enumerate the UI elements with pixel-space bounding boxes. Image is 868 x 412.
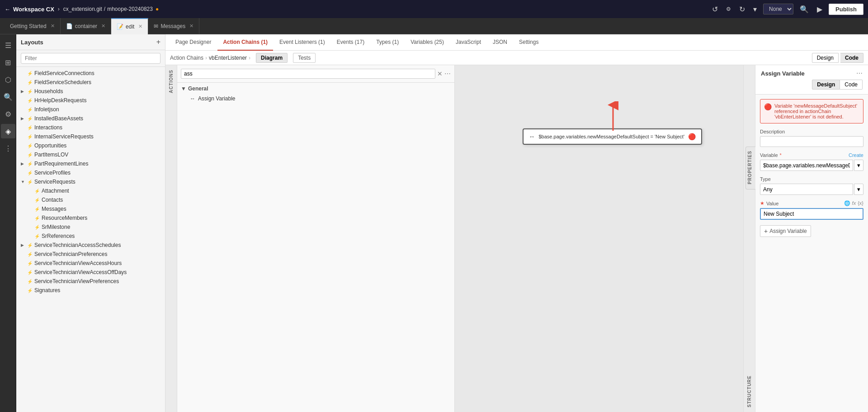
nav-components-icon[interactable]: ⊞ xyxy=(1,55,15,70)
list-item[interactable]: ⚡ ServiceTechnicianViewAccessHours xyxy=(16,259,165,268)
list-item[interactable]: ⚡ ServiceProfiles xyxy=(16,168,165,177)
tab-event-listeners[interactable]: Event Listeners (1) xyxy=(274,34,330,51)
tab-messages[interactable]: ✉ Messages ✕ xyxy=(148,18,199,34)
undo-button[interactable]: ↺ xyxy=(710,4,720,14)
dropdown-arrow[interactable]: ▾ xyxy=(751,4,759,14)
assign-variable-action[interactable]: ↔ Assign Variable xyxy=(181,94,451,104)
nav-data-icon[interactable]: ⬡ xyxy=(1,72,15,87)
description-input[interactable] xyxy=(760,136,863,147)
group-header-general[interactable]: ▼ General xyxy=(181,85,451,92)
nav-active-icon[interactable]: ◈ xyxy=(1,124,15,138)
list-item[interactable]: ⚡ ServiceTechnicianViewPreferences xyxy=(16,277,165,286)
list-item[interactable]: ⚡ Messages xyxy=(16,204,165,213)
tab-variables[interactable]: Variables (25) xyxy=(405,34,449,51)
value-field-group: ★ Value 🌐 fx {x} xyxy=(760,200,863,220)
expand-icon[interactable]: ▶ xyxy=(21,161,25,166)
list-item-households[interactable]: ▶ ⚡ Households xyxy=(16,87,165,96)
nav-layouts-icon[interactable]: ☰ xyxy=(1,38,15,52)
repo-name[interactable]: cx_extension.git xyxy=(63,6,102,12)
list-item-interactions[interactable]: ⚡ Interactions xyxy=(16,123,165,132)
tab-settings[interactable]: Settings xyxy=(514,34,544,51)
list-item[interactable]: ⚡ HrHelpDeskRequests xyxy=(16,96,165,105)
settings-icon[interactable]: ⚙ xyxy=(724,5,733,13)
design-button[interactable]: Design xyxy=(812,53,839,63)
breadcrumb-vb-enter[interactable]: vbEnterListener xyxy=(209,55,247,61)
tab-json[interactable]: JSON xyxy=(487,34,513,51)
value-input[interactable] xyxy=(761,209,863,219)
diagram-node[interactable]: ↔ $base.page.variables.newMessageDefault… xyxy=(523,128,702,145)
code-switch-button[interactable]: Code xyxy=(840,80,863,90)
list-item[interactable]: ⚡ InternalServiceRequests xyxy=(16,132,165,141)
nav-settings-icon[interactable]: ⚙ xyxy=(1,107,15,121)
list-item[interactable]: ⚡ Infoletjson xyxy=(16,105,165,114)
list-item[interactable]: ⚡ SrMilestone xyxy=(16,223,165,232)
item-label: Households xyxy=(34,88,63,95)
expand-icon[interactable]: ▶ xyxy=(21,89,25,94)
list-item[interactable]: ⚡ PartItemsLOV xyxy=(16,150,165,159)
list-item[interactable]: ⚡ ResourceMembers xyxy=(16,213,165,223)
play-button[interactable]: ▶ xyxy=(815,4,824,14)
close-icon[interactable]: ✕ xyxy=(51,23,55,29)
variable-dropdown-button[interactable]: ▾ xyxy=(854,160,863,171)
close-icon[interactable]: ✕ xyxy=(138,24,142,29)
assign-variable-button[interactable]: + Assign Variable xyxy=(760,225,811,237)
redo-button[interactable]: ↻ xyxy=(737,4,747,14)
tab-edit[interactable]: 📝 edit ✕ xyxy=(111,18,148,34)
expand-icon[interactable]: ▶ xyxy=(21,116,25,121)
actions-search-input[interactable] xyxy=(181,69,435,79)
properties-tab[interactable]: Properties xyxy=(745,147,755,189)
variable-input[interactable] xyxy=(760,160,853,171)
more-actions-icon[interactable]: ⋯ xyxy=(444,70,451,77)
list-item[interactable]: ▶ ⚡ PartRequirementLines xyxy=(16,159,165,168)
tab-javascript[interactable]: JavaScript xyxy=(450,34,486,51)
type-dropdown-button[interactable]: ▾ xyxy=(854,184,863,195)
tab-getting-started[interactable]: Getting Started ✕ xyxy=(5,18,61,34)
tab-container[interactable]: 📄 container ✕ xyxy=(61,18,111,34)
back-arrow[interactable]: ← xyxy=(5,6,10,13)
list-item[interactable]: ⚡ Contacts xyxy=(16,195,165,204)
nav-more-icon[interactable]: ⋮ xyxy=(1,141,15,156)
list-item[interactable]: ⚡ SrReferences xyxy=(16,232,165,241)
filter-input[interactable] xyxy=(21,53,160,64)
clear-search-icon[interactable]: ✕ xyxy=(437,70,443,77)
tab-events[interactable]: Events (17) xyxy=(331,34,370,51)
list-item[interactable]: ⚡ FieldServiceSchedulers xyxy=(16,78,165,87)
design-switch-button[interactable]: Design xyxy=(812,80,840,90)
type-label-text: Type xyxy=(760,176,771,182)
type-select-wrap: ▾ xyxy=(760,184,863,195)
list-item[interactable]: ⚡ ServiceTechnicianViewAccessOffDays xyxy=(16,268,165,277)
close-icon[interactable]: ✕ xyxy=(101,23,105,29)
nav-search-icon[interactable]: 🔍 xyxy=(1,90,15,104)
list-item[interactable]: ▶ ⚡ InstalledBaseAssets xyxy=(16,114,165,123)
add-layout-button[interactable]: + xyxy=(156,38,160,46)
list-item[interactable]: ⚡ Attachment xyxy=(16,186,165,195)
expand-icon[interactable]: ▼ xyxy=(21,180,25,184)
expand-icon[interactable]: ▶ xyxy=(21,243,25,247)
search-button[interactable]: 🔍 xyxy=(798,4,811,14)
tests-button[interactable]: Tests xyxy=(293,53,316,63)
tab-types[interactable]: Types (1) xyxy=(371,34,404,51)
publish-button[interactable]: Publish xyxy=(829,4,863,15)
type-input[interactable] xyxy=(760,184,853,195)
list-item[interactable]: ⚡ Opportunities xyxy=(16,141,165,150)
tab-action-chains[interactable]: Action Chains (1) xyxy=(217,34,273,51)
x-icon[interactable]: {x} xyxy=(858,200,863,206)
diagram-button[interactable]: Diagram xyxy=(256,53,288,63)
create-variable-link[interactable]: Create xyxy=(849,152,863,158)
tab-page-designer[interactable]: Page Designer xyxy=(170,34,217,51)
chevron-down-icon: ▼ xyxy=(181,85,186,92)
breadcrumb-action-chains[interactable]: Action Chains xyxy=(170,55,203,61)
list-item-service-requests[interactable]: ▼ ⚡ ServiceRequests xyxy=(16,177,165,186)
list-item[interactable]: ⚡ FieldServiceConnections xyxy=(16,69,165,78)
environment-select[interactable]: None xyxy=(763,4,793,14)
fx-icon[interactable]: fx xyxy=(852,200,856,206)
more-options-icon[interactable]: ⋯ xyxy=(856,70,863,77)
list-item[interactable]: ⚡ Signatures xyxy=(16,286,165,295)
globe-icon[interactable]: 🌐 xyxy=(844,200,850,206)
list-item[interactable]: ⚡ ServiceTechnicianPreferences xyxy=(16,250,165,259)
close-icon[interactable]: ✕ xyxy=(189,23,193,29)
code-button[interactable]: Code xyxy=(840,53,863,63)
list-item[interactable]: ▶ ⚡ ServiceTechnicianAccessSchedules xyxy=(16,241,165,250)
value-label: ★ Value 🌐 fx {x} xyxy=(760,200,863,206)
app-logo[interactable]: ← Workspace CX xyxy=(5,6,54,13)
